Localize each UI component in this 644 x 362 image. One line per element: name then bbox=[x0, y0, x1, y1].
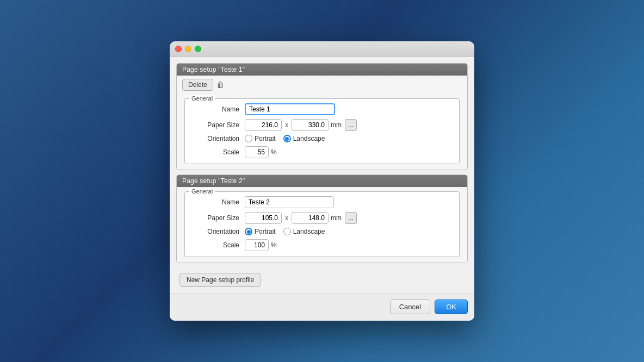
block2-papersize-label: Paper Size bbox=[190, 214, 245, 222]
block2-orientation-group: Portrait Landscape bbox=[245, 228, 325, 235]
block1-orientation-label: Orientation bbox=[190, 135, 245, 142]
block2-papersize-row: Paper Size x mm ... bbox=[190, 212, 454, 224]
block2-general-group: General Name Paper Size x mm ... bbox=[184, 191, 460, 257]
minimize-button[interactable] bbox=[185, 46, 191, 52]
block1-body: General Name Paper Size x mm ... bbox=[177, 94, 467, 170]
block1-name-label: Name bbox=[190, 105, 245, 113]
main-window: Page setup "Teste 1" Delete 🗑 General Na… bbox=[170, 41, 474, 321]
block1-percent-label: % bbox=[271, 148, 277, 156]
block2-body: General Name Paper Size x mm ... bbox=[177, 187, 467, 263]
block1-dots-button[interactable]: ... bbox=[345, 119, 357, 131]
new-page-setup-profile-button[interactable]: New Page setup profile bbox=[179, 273, 261, 287]
block1-paper-height[interactable] bbox=[292, 119, 329, 131]
block1-orientation-group: Portrait Landscape bbox=[245, 135, 325, 142]
block1-name-input[interactable] bbox=[245, 103, 335, 115]
block2-landscape-option[interactable]: Landscape bbox=[283, 228, 325, 235]
block1-portrait-radio[interactable] bbox=[245, 135, 252, 142]
block2-scale-label: Scale bbox=[190, 241, 245, 249]
block2-scale-row: Scale % bbox=[190, 239, 454, 251]
block1-papersize-row: Paper Size x mm ... bbox=[190, 119, 454, 131]
block2-name-label: Name bbox=[190, 198, 245, 206]
block1-name-row: Name bbox=[190, 103, 454, 115]
block1-papersize-label: Paper Size bbox=[190, 121, 245, 129]
block1-portrait-label: Portrait bbox=[255, 135, 276, 142]
maximize-button[interactable] bbox=[195, 46, 201, 52]
block1-title: Page setup "Teste 1" bbox=[177, 64, 467, 76]
block2-orientation-row: Orientation Portrait Landscape bbox=[190, 228, 454, 235]
block2-scale-input[interactable] bbox=[245, 239, 269, 251]
block1-orientation-row: Orientation Portrait Landscape bbox=[190, 135, 454, 142]
block2-paper-unit: mm bbox=[331, 214, 342, 222]
block1-scale-label: Scale bbox=[190, 148, 245, 156]
block2-paper-height[interactable] bbox=[292, 212, 329, 224]
block2-portrait-option[interactable]: Portrait bbox=[245, 228, 276, 235]
block1-paper-width[interactable] bbox=[245, 119, 282, 131]
delete-button[interactable]: Delete bbox=[182, 79, 213, 91]
block2-percent-label: % bbox=[271, 241, 277, 249]
block1-landscape-radio[interactable] bbox=[283, 135, 291, 142]
traffic-lights bbox=[175, 46, 201, 52]
block1-general-group: General Name Paper Size x mm ... bbox=[184, 98, 460, 164]
block2-name-row: Name bbox=[190, 196, 454, 208]
block1-scale-row: Scale % bbox=[190, 146, 454, 158]
block1-portrait-option[interactable]: Portrait bbox=[245, 135, 276, 142]
cancel-button[interactable]: Cancel bbox=[390, 299, 430, 314]
close-button[interactable] bbox=[175, 46, 182, 52]
trash-icon: 🗑 bbox=[216, 80, 224, 89]
ok-button[interactable]: OK bbox=[435, 299, 468, 314]
block2-paper-x: x bbox=[285, 214, 288, 222]
dialog-content: Page setup "Teste 1" Delete 🗑 General Na… bbox=[170, 57, 474, 294]
block2-portrait-radio[interactable] bbox=[245, 228, 252, 235]
block1-scale-input[interactable] bbox=[245, 146, 269, 158]
block1-landscape-label: Landscape bbox=[293, 135, 325, 142]
dialog-footer: Cancel OK bbox=[170, 294, 474, 321]
block2-paper-width[interactable] bbox=[245, 212, 282, 224]
block2-title: Page setup "Teste 2" bbox=[177, 175, 467, 187]
page-setup-block-1: Page setup "Teste 1" Delete 🗑 General Na… bbox=[176, 63, 468, 170]
page-setup-block-2: Page setup "Teste 2" General Name Paper … bbox=[176, 174, 468, 263]
block1-landscape-option[interactable]: Landscape bbox=[283, 135, 325, 142]
block1-paper-x: x bbox=[285, 121, 288, 129]
block2-general-label: General bbox=[189, 188, 215, 195]
block2-name-input[interactable] bbox=[245, 196, 334, 208]
block2-landscape-label: Landscape bbox=[293, 228, 325, 235]
block2-portrait-label: Portrait bbox=[255, 228, 276, 235]
block2-orientation-label: Orientation bbox=[190, 228, 245, 235]
titlebar bbox=[170, 41, 474, 57]
block1-general-label: General bbox=[189, 95, 215, 102]
block2-landscape-radio[interactable] bbox=[283, 228, 291, 235]
block1-paper-unit: mm bbox=[331, 121, 342, 129]
block1-toolbar: Delete 🗑 bbox=[177, 76, 467, 94]
block2-dots-button[interactable]: ... bbox=[345, 212, 357, 224]
